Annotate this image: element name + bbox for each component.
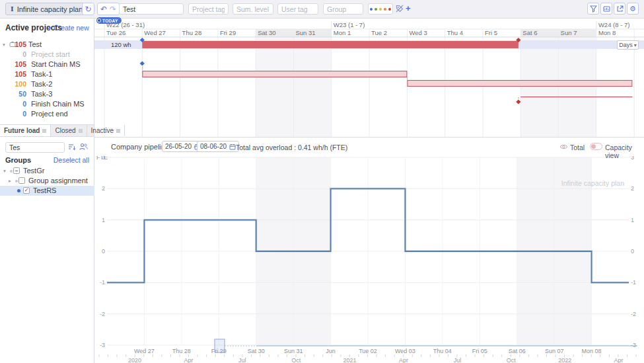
svg-text:Wed 27: Wed 27	[134, 348, 155, 354]
milestone-finish-chain-ms[interactable]	[516, 99, 520, 104]
report-button[interactable]	[600, 3, 612, 15]
tab-future-load[interactable]: Future load	[0, 125, 51, 136]
toolbar: I Infinite capacity plan ▾ ↻ ↶ ↷ + ⚙	[0, 0, 644, 19]
gantt-bar-test-summary[interactable]	[142, 41, 519, 48]
svg-text:Wed 27: Wed 27	[144, 29, 166, 36]
plan-selector-button[interactable]: I Infinite capacity plan ▾	[5, 3, 94, 15]
project-row[interactable]: 50Task-3	[0, 89, 94, 99]
task-label[interactable]: Task-1	[31, 70, 52, 78]
svg-text:Thu 04: Thu 04	[433, 348, 452, 354]
load-tabs: Future loadClosedInactive	[0, 124, 94, 137]
plan-type-icon: I	[11, 5, 14, 13]
timeline-selection-handle[interactable]	[215, 339, 225, 352]
svg-text:Jul: Jul	[238, 357, 246, 363]
groups-search-input[interactable]	[5, 142, 65, 153]
svg-text:Oct: Oct	[507, 357, 517, 363]
svg-text:Mon 08: Mon 08	[582, 348, 602, 354]
tab-closed[interactable]: Closed	[51, 125, 87, 136]
svg-text:Thu 4: Thu 4	[447, 29, 463, 36]
deselect-all-link[interactable]: Deselect all	[54, 156, 89, 164]
capacity-view-label: Capacity view	[605, 143, 644, 159]
project-row[interactable]: 0Project end	[0, 109, 94, 119]
svg-text:Wed 3: Wed 3	[409, 29, 427, 36]
task-label[interactable]: Task-3	[31, 90, 52, 98]
capacity-chart: 33221100-1-1-2-2-3-3FTEInfinite capacity…	[94, 138, 644, 363]
svg-text:Sat 30: Sat 30	[258, 29, 275, 36]
date-to-input[interactable]: 08-06-20	[197, 141, 239, 152]
today-badge[interactable]: TODAY	[96, 17, 122, 24]
groups-title: Groups	[5, 156, 31, 164]
svg-text:Tue 02: Tue 02	[359, 348, 377, 354]
pipeline-label: Company pipeline	[111, 143, 169, 151]
calendar-icon	[229, 143, 236, 150]
groups-panel: Groups Deselect all ▾–TestGr▸Group assig…	[0, 137, 94, 363]
svg-text:Fri 5: Fri 5	[485, 29, 497, 36]
capacity-view-toggle[interactable]	[590, 143, 602, 150]
project-row[interactable]: 105Start Chain MS	[0, 60, 94, 69]
tab-inactive[interactable]: Inactive	[87, 125, 125, 136]
active-projects-header: Active projects + Create new	[0, 22, 94, 33]
toggle-knob	[591, 144, 596, 149]
color-dots-filter[interactable]	[368, 3, 393, 15]
group-row[interactable]: ✓TestRS	[0, 186, 94, 196]
project-row[interactable]: 105Task-1	[0, 69, 94, 79]
gantt-bar-task-3[interactable]	[520, 97, 632, 97]
group-label: TestRS	[33, 186, 56, 194]
task-label[interactable]: Project end	[31, 110, 68, 118]
people-icon[interactable]	[79, 143, 88, 152]
open-external-icon[interactable]	[614, 3, 626, 15]
milestone-start-chain-ms[interactable]	[140, 61, 145, 65]
gantt-bar-task-1[interactable]	[143, 71, 407, 77]
task-value: 100	[0, 80, 26, 88]
project-tag-input[interactable]	[188, 3, 229, 15]
project-row[interactable]: 100Task-2	[0, 79, 94, 89]
task-label[interactable]: Start Chain MS	[31, 60, 81, 68]
svg-text:Thu 28: Thu 28	[182, 29, 202, 36]
filter-button[interactable]	[587, 3, 599, 15]
checkbox-indeterminate[interactable]: –	[13, 167, 20, 174]
user-tag-input[interactable]	[277, 3, 318, 15]
svg-text:Fri 29: Fri 29	[220, 29, 236, 36]
add-filter-button[interactable]: +	[406, 3, 411, 13]
task-label[interactable]: Finish Chain MS	[31, 100, 85, 108]
project-row[interactable]: 0Finish Chain MS	[0, 99, 94, 109]
checkbox-unchecked[interactable]	[18, 177, 25, 184]
today-label: TODAY	[102, 19, 118, 23]
status-dot	[384, 8, 386, 11]
sum-level-input[interactable]	[233, 3, 273, 15]
svg-text:1: 1	[631, 217, 634, 223]
sort-icon[interactable]	[68, 143, 76, 152]
project-row[interactable]: ▾105Test	[0, 40, 94, 50]
settings-gear-icon[interactable]: ⚙	[627, 3, 639, 15]
task-label[interactable]: Test	[28, 40, 42, 48]
tab-label: Future load	[4, 127, 40, 134]
tag-slash-icon[interactable]	[396, 5, 404, 15]
svg-text:-3: -3	[631, 342, 636, 348]
task-label[interactable]: Task-2	[31, 80, 52, 88]
chevron-down-icon[interactable]: ▾	[3, 168, 6, 174]
search-input[interactable]	[119, 3, 184, 15]
svg-text:0: 0	[102, 248, 105, 255]
svg-text:W23 (1 - 7): W23 (1 - 7)	[334, 21, 365, 28]
chevron-right-icon[interactable]: ▸	[9, 178, 11, 184]
group-row[interactable]: ▾–TestGr	[0, 166, 94, 176]
svg-text:-1: -1	[100, 279, 105, 286]
project-row[interactable]: 0Project start	[0, 50, 94, 60]
group-row[interactable]: ▸Group assignment	[0, 176, 94, 186]
group-input[interactable]	[323, 3, 363, 15]
gantt-bar-task-2[interactable]	[408, 81, 632, 87]
refresh-button[interactable]: ↻	[82, 3, 94, 15]
task-value: 105	[0, 60, 26, 68]
task-label[interactable]: Project start	[31, 50, 70, 58]
active-projects-panel: Active projects + Create new ▾105Test0Pr…	[0, 19, 94, 124]
checkbox-checked[interactable]: ✓	[23, 187, 30, 194]
gantt-panel: W22 (26 - 31)W23 (1 - 7)W24 (8 - 7)Tue 2…	[94, 19, 644, 137]
redo-icon[interactable]: ↷	[110, 5, 116, 14]
eye-icon[interactable]	[559, 143, 568, 151]
svg-text:Thu 28: Thu 28	[172, 348, 191, 354]
tab-label: Closed	[55, 127, 75, 134]
create-new-link[interactable]: + Create new	[48, 24, 89, 32]
gantt-zoom-select[interactable]: Days ▾	[617, 40, 639, 50]
groups-header: Groups Deselect all	[0, 156, 94, 165]
undo-icon[interactable]: ↶	[100, 5, 107, 14]
